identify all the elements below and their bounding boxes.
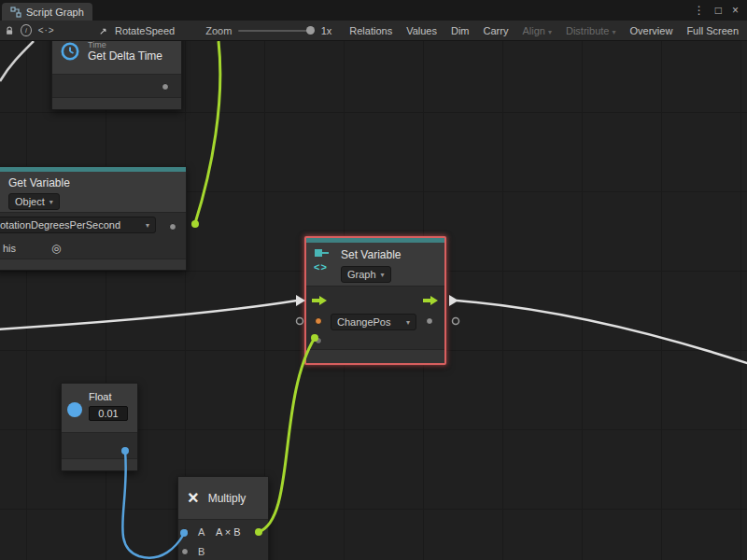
object-picker-icon[interactable]: ◎ (51, 242, 61, 255)
distribute-caret-icon: ▾ (613, 28, 616, 36)
graph-toolbar: i <·> RotateSpeed Zoom 1x Relations Valu… (0, 21, 747, 41)
port-a-input[interactable] (181, 528, 189, 536)
carry-button[interactable]: Carry (480, 24, 513, 37)
target-value: his (3, 243, 16, 254)
code-icon[interactable]: <·> (38, 25, 55, 35)
node-get-variable[interactable]: Get Variable Object ▾ otationDegreesPerS… (0, 166, 187, 271)
node-float[interactable]: Float 0.01 (61, 383, 138, 471)
maximize-icon[interactable]: □ (715, 4, 722, 17)
scope-label: Object (15, 196, 45, 207)
green-wire-delta (195, 41, 220, 223)
menu-icon[interactable]: ⋮ (694, 4, 705, 17)
flow-input-arrow-icon[interactable] (311, 295, 328, 306)
output-label: A × B (216, 526, 241, 538)
align-button: Align ▾ (518, 24, 556, 37)
node-set-variable[interactable]: <> Set Variable Graph ▾ ChangePos ▾ (304, 236, 446, 365)
zoom-slider-handle[interactable] (306, 26, 315, 35)
object-wire-in (0, 301, 297, 329)
port-delta-output[interactable] (162, 83, 169, 91)
align-button-label: Align (522, 25, 544, 36)
port-variable-output[interactable] (169, 223, 176, 231)
variable-tag-icon (314, 248, 330, 259)
chevron-down-icon: ▾ (146, 221, 149, 230)
variable-scope-dropdown[interactable]: Object ▾ (8, 193, 60, 210)
fullscreen-button[interactable]: Full Screen (683, 24, 742, 37)
clock-icon (60, 41, 80, 62)
zoom-value: 1x (321, 25, 332, 36)
close-icon[interactable]: × (732, 4, 739, 17)
script-graph-icon (10, 7, 21, 18)
node-title: Get Variable (8, 176, 178, 189)
green-wire-delta-endpoint (191, 220, 199, 228)
variable-name-dropdown[interactable]: ChangePos ▾ (331, 314, 416, 330)
node-title: Set Variable (341, 248, 401, 261)
hollow-port-right[interactable] (453, 318, 459, 325)
distribute-button: Distribute ▾ (562, 24, 620, 37)
float-value-input[interactable]: 0.01 (89, 406, 128, 421)
port-extra-input[interactable] (315, 337, 322, 344)
input-b-label: B (198, 546, 204, 557)
zoom-label: Zoom (205, 25, 232, 36)
node-category: Time (88, 41, 162, 49)
chevron-down-icon: ▾ (381, 271, 385, 279)
window-controls: ⋮ □ × (694, 0, 747, 21)
relations-button[interactable]: Relations (345, 24, 396, 37)
port-b-input[interactable] (181, 548, 189, 555)
port-value-input[interactable] (315, 317, 322, 325)
flow-out-port-triangle (449, 295, 458, 306)
zoom-slider[interactable] (238, 30, 314, 32)
graph-name[interactable]: RotateSpeed (115, 25, 175, 36)
hollow-port-left[interactable] (297, 318, 303, 325)
node-title: Multiply (208, 492, 247, 508)
node-title: Float (89, 391, 128, 402)
tab-bar: Script Graph ⋮ □ × (0, 0, 747, 21)
lock-icon[interactable] (5, 25, 14, 36)
node-get-delta-time[interactable]: Time Get Delta Time (51, 41, 182, 110)
distribute-button-label: Distribute (566, 25, 609, 36)
variable-scope-dropdown[interactable]: Graph ▾ (341, 266, 391, 283)
dim-button[interactable]: Dim (447, 24, 473, 37)
info-icon[interactable]: i (21, 24, 31, 36)
node-multiply[interactable]: × Multiply A A × B B (177, 476, 269, 560)
overview-button[interactable]: Overview (627, 24, 677, 37)
chevron-down-icon: ▾ (406, 318, 410, 327)
variable-name: ChangePos (337, 316, 391, 328)
node-title: Get Delta Time (88, 49, 162, 63)
port-float-output[interactable] (121, 447, 129, 455)
variable-name-dropdown[interactable]: otationDegreesPerSecond ▾ (0, 217, 156, 233)
graph-type-icon: <> (314, 262, 334, 273)
graph-ref-icon (99, 25, 108, 36)
input-a-label: A (198, 526, 204, 538)
tab-script-graph[interactable]: Script Graph (2, 3, 92, 21)
tab-label: Script Graph (26, 7, 84, 18)
white-wire-top-left (0, 41, 34, 81)
float-type-icon (67, 402, 82, 417)
graph-canvas[interactable]: Time Get Delta Time Get Variable Object … (0, 41, 747, 560)
variable-name: otationDegreesPerSecond (0, 219, 120, 231)
flow-output-arrow-icon[interactable] (422, 295, 439, 306)
scope-label: Graph (347, 269, 376, 280)
multiply-icon: × (188, 488, 199, 508)
object-wire-out (457, 301, 747, 365)
align-caret-icon: ▾ (548, 28, 552, 36)
port-result-output[interactable] (255, 528, 262, 536)
chevron-down-icon: ▾ (49, 198, 53, 206)
values-button[interactable]: Values (402, 24, 441, 37)
port-value-output[interactable] (426, 317, 433, 325)
